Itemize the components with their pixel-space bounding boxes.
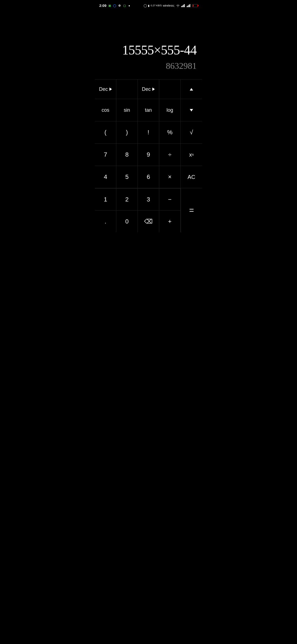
status-time: 2:09 ▣ ◯ ⚙ ▢ ●	[99, 4, 131, 8]
sin-button[interactable]: sin	[116, 99, 138, 121]
zero-button[interactable]: 0	[116, 210, 138, 232]
six-button[interactable]: 6	[138, 166, 159, 188]
app-icon: ▢	[122, 4, 126, 7]
nine-button[interactable]: 9	[138, 144, 159, 166]
svg-rect-4	[187, 6, 188, 7]
operators-row: ( ) ! % √	[95, 121, 202, 143]
collapse-button[interactable]	[181, 99, 202, 121]
four-button[interactable]: 4	[95, 166, 116, 188]
wifi-icon: wireless;	[163, 4, 175, 7]
dec1-selector[interactable]: Dec	[95, 80, 116, 99]
network-speed: 0.27 KB/S	[151, 4, 162, 7]
five-button[interactable]: 5	[116, 166, 138, 188]
signal-icon	[181, 4, 186, 7]
dec-row: Dec Dec	[95, 79, 202, 99]
factorial-button[interactable]: !	[138, 121, 159, 143]
power-sup: n	[192, 153, 194, 157]
result-display: 8632981	[100, 61, 197, 74]
open-paren-button[interactable]: (	[95, 121, 116, 143]
battery-icon	[192, 4, 198, 7]
alarm-icon: ◯	[144, 4, 147, 7]
dot-icon: ●	[127, 4, 131, 7]
dec-spacer1	[116, 80, 138, 99]
minus-button[interactable]: −	[159, 188, 181, 210]
svg-rect-1	[182, 6, 183, 7]
row-789: 7 8 9 ÷ xn	[95, 143, 202, 166]
dec-spacer2	[159, 80, 181, 99]
equals-button[interactable]: =	[181, 188, 202, 232]
svg-rect-6	[189, 5, 189, 7]
cos-button[interactable]: cos	[95, 99, 116, 121]
percent-button[interactable]: %	[159, 121, 181, 143]
row-456: 4 5 6 × AC	[95, 166, 202, 188]
plus-button[interactable]: +	[159, 210, 181, 232]
expand-button[interactable]	[181, 80, 202, 99]
arrow-down-icon	[190, 109, 193, 111]
signal2-icon	[187, 4, 191, 7]
power-button[interactable]: xn	[181, 144, 202, 166]
two-button[interactable]: 2	[116, 188, 138, 210]
log-button[interactable]: log	[159, 99, 181, 121]
backspace-button[interactable]: ⌫	[138, 210, 159, 232]
dec2-arrow	[152, 88, 155, 91]
dec2-selector[interactable]: Dec	[138, 80, 159, 99]
eight-button[interactable]: 8	[116, 144, 138, 166]
vibrate-icon: ▮	[148, 4, 150, 7]
facebook-icon: ◯	[112, 4, 116, 7]
backspace-icon: ⌫	[144, 218, 153, 225]
close-paren-button[interactable]: )	[116, 121, 138, 143]
svg-rect-3	[184, 4, 185, 7]
svg-rect-5	[188, 6, 189, 7]
divide-button[interactable]: ÷	[159, 144, 181, 166]
bottom-rows: 1 2 3 − = . 0 ⌫ +	[95, 188, 202, 232]
dec1-arrow	[109, 88, 112, 91]
calculator-keyboard: Dec Dec cos sin tan log (	[95, 79, 202, 232]
svg-rect-7	[190, 4, 191, 7]
sqrt-button[interactable]: √	[181, 121, 202, 143]
status-indicators: ◯ ▮ 0.27 KB/S wireless;	[144, 4, 198, 7]
svg-rect-0	[181, 6, 182, 7]
tan-button[interactable]: tan	[138, 99, 159, 121]
dot-button[interactable]: .	[95, 210, 116, 232]
dec2-label: Dec	[142, 86, 151, 92]
settings-icon: ⚙	[117, 4, 121, 7]
one-button[interactable]: 1	[95, 188, 116, 210]
trig-row: cos sin tan log	[95, 99, 202, 121]
time-display: 2:09	[99, 4, 106, 8]
seven-button[interactable]: 7	[95, 144, 116, 166]
ac-button[interactable]: AC	[181, 166, 202, 188]
three-button[interactable]: 3	[138, 188, 159, 210]
dec1-label: Dec	[99, 86, 108, 92]
wifi-icon-svg	[176, 4, 180, 7]
status-bar: 2:09 ▣ ◯ ⚙ ▢ ● ◯ ▮ 0.27 KB/S wireless;	[95, 0, 202, 10]
messages-icon: ▣	[108, 4, 111, 7]
svg-rect-2	[183, 5, 184, 7]
arrow-up-icon	[190, 88, 193, 91]
expression-display: 15555×555-44	[100, 42, 197, 61]
multiply-button[interactable]: ×	[159, 166, 181, 188]
calculator-display: 15555×555-44 8632981	[95, 10, 202, 79]
